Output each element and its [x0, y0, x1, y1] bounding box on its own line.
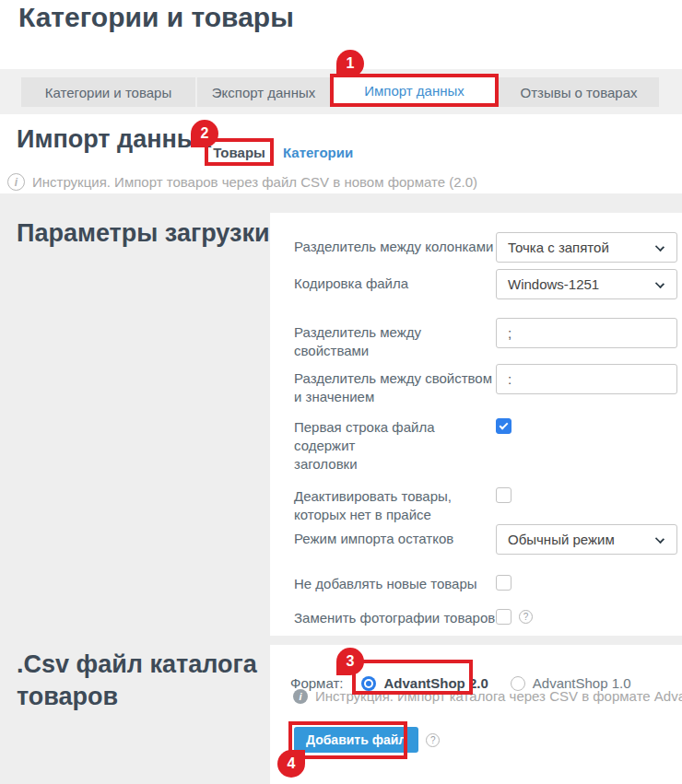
- chevron-down-icon: [655, 279, 664, 288]
- annotation-badge-4: 4: [277, 750, 305, 778]
- import-instruction-link[interactable]: Инструкция. Импорт товаров через файл CS…: [32, 174, 477, 190]
- form-row: Не добавлять новые товары: [294, 569, 682, 593]
- annotation-badge-2: 2: [191, 120, 218, 147]
- chevron-down-icon: [655, 534, 664, 544]
- field-label: Не добавлять новые товары: [294, 569, 496, 593]
- form-row: Заменить фотографии товаров ?: [294, 603, 682, 627]
- form-row: Кодировка файла Windows-1251: [294, 269, 682, 299]
- form-row: Деактивировать товары, которых нет в пра…: [294, 482, 682, 524]
- chevron-down-icon: [655, 242, 664, 252]
- page-title: Категории и товары: [18, 2, 294, 33]
- input-property-delimiter[interactable]: [496, 318, 677, 348]
- select-value: Windows-1251: [508, 276, 599, 292]
- tab-import-data[interactable]: Импорт данных: [330, 74, 499, 107]
- select-stock-import-mode[interactable]: Обычный режим: [496, 524, 677, 555]
- params-panel: Разделитель между колонками Точка с запя…: [270, 213, 682, 636]
- field-label: Заменить фотографии товаров: [294, 603, 496, 627]
- tab-export-data[interactable]: Экспорт данных: [197, 77, 330, 107]
- select-value: Точка с запятой: [508, 240, 609, 255]
- checkbox-replace-product-photos[interactable]: [496, 609, 512, 625]
- help-icon[interactable]: ?: [519, 610, 533, 624]
- tab-categories-products[interactable]: Категории и товары: [21, 77, 195, 107]
- subtab-categories[interactable]: Категории: [283, 145, 353, 160]
- field-label: Кодировка файла: [294, 269, 496, 293]
- admin-page: Категории и товары Категории и товары Эк…: [0, 0, 682, 784]
- select-file-encoding[interactable]: Windows-1251: [496, 269, 677, 299]
- checkbox-no-new-products[interactable]: [496, 575, 512, 591]
- import-section-heading: Импорт данных: [17, 123, 212, 156]
- csv-panel: Формат: AdvantShop 2.0 AdvantShop 1.0 i …: [270, 645, 682, 784]
- annotation-badge-1: 1: [336, 50, 364, 77]
- checkbox-first-row-headers[interactable]: [496, 418, 512, 434]
- field-label: Режим импорта остатков: [294, 524, 496, 548]
- form-row: Разделитель между свойством и значением: [294, 364, 682, 406]
- annotation-frame-add-file: [288, 721, 407, 759]
- field-label: Разделитель между свойством и значением: [294, 364, 496, 406]
- params-section-heading: Параметры загрузки: [17, 217, 270, 250]
- checkbox-deactivate-missing-products[interactable]: [496, 487, 512, 503]
- import-instruction-row: i Инструкция. Импорт товаров через файл …: [7, 173, 477, 191]
- field-label: Первая строка файла содержит заголовки: [294, 413, 496, 474]
- form-row: Режим импорта остатков Обычный режим: [294, 524, 682, 555]
- select-value: Обычный режим: [508, 532, 615, 547]
- field-label: Деактивировать товары, которых нет в пра…: [294, 482, 496, 524]
- help-icon[interactable]: ?: [426, 733, 440, 747]
- info-icon: i: [7, 173, 25, 191]
- field-label: Разделитель между свойствами: [294, 318, 496, 360]
- form-row: Разделитель между свойствами: [294, 318, 682, 360]
- form-row: Первая строка файла содержит заголовки: [294, 413, 682, 474]
- input-property-value-delimiter[interactable]: [496, 364, 677, 394]
- annotation-frame-format: [352, 660, 473, 695]
- check-icon: [500, 421, 509, 430]
- tab-product-reviews[interactable]: Отзывы о товарах: [499, 77, 659, 107]
- select-column-delimiter[interactable]: Точка с запятой: [496, 232, 677, 263]
- field-label: Разделитель между колонками: [294, 232, 496, 256]
- annotation-badge-3: 3: [336, 648, 364, 675]
- csv-section-heading: .Csv файл каталога товаров: [17, 649, 257, 713]
- info-icon: i: [293, 689, 308, 704]
- form-row: Разделитель между колонками Точка с запя…: [294, 232, 682, 263]
